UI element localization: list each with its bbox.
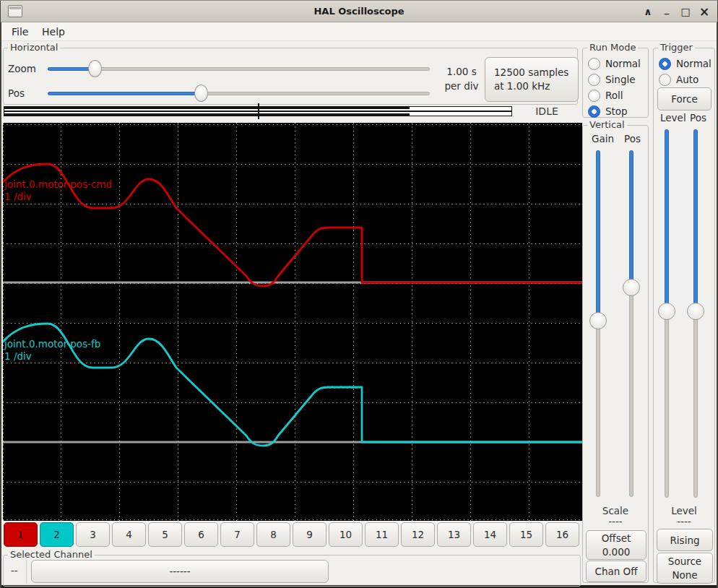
trigger-auto-label: Auto — [676, 74, 698, 85]
source-value: None — [672, 568, 697, 582]
run-mode-frame-label: Run Mode — [587, 42, 638, 53]
trigger-pos-slider[interactable] — [686, 129, 705, 498]
zoom-slider-handle[interactable] — [88, 60, 102, 77]
channel-button-1[interactable]: 1 — [4, 522, 38, 547]
level-readout-label: Level — [654, 505, 714, 516]
run-mode-normal[interactable]: Normal — [588, 56, 641, 71]
horizontal-frame-label: Horizontal — [8, 42, 60, 53]
edge-label: Rising — [670, 535, 699, 546]
trigger-pos-slider-handle[interactable] — [687, 303, 704, 320]
scale-readout-value: ---- — [583, 516, 648, 527]
gain-label: Gain — [592, 133, 614, 144]
selected-channel-name: ------ — [169, 566, 190, 577]
channel-button-8[interactable]: 8 — [256, 522, 290, 547]
scope-display: joint.0.motor-pos-cmd 1 /div joint.0.mot… — [3, 123, 582, 521]
gain-slider[interactable] — [589, 150, 607, 497]
minimize-button[interactable]: _ — [658, 1, 675, 22]
run-mode-stop[interactable]: Stop — [588, 104, 628, 118]
pos-slider-fill — [48, 92, 201, 95]
pos-slider-handle[interactable] — [194, 85, 208, 102]
trace2-scale-label: 1 /div — [4, 350, 32, 362]
channel-button-15[interactable]: 15 — [509, 522, 543, 547]
radio-selected-icon — [659, 58, 671, 70]
trigger-level-label: Level — [660, 112, 686, 124]
trigger-normal[interactable]: Normal — [659, 56, 711, 71]
horizontal-pos-slider[interactable] — [45, 84, 433, 103]
channel-button-16[interactable]: 16 — [545, 522, 579, 547]
selected-channel-frame: Selected Channel -- ------ — [3, 555, 581, 587]
edge-button[interactable]: Rising — [657, 529, 713, 551]
vertical-pos-label: Pos — [624, 133, 641, 144]
per-div-caption: per div — [436, 79, 488, 93]
per-div-readout: 1.00 s per div — [436, 64, 488, 93]
vertical-frame: Vertical Gain Pos Scale ---- Offset 0.00… — [582, 125, 649, 583]
vertical-pos-slider-handle[interactable] — [623, 279, 640, 296]
chan-off-button[interactable]: Chan Off — [586, 561, 646, 582]
channel-button-12[interactable]: 12 — [401, 522, 435, 547]
channel-button-9[interactable]: 9 — [293, 522, 326, 547]
trigger-source-button[interactable]: Source None — [657, 553, 713, 584]
trace1-scale-label: 1 /div — [4, 191, 32, 202]
scale-readout-label: Scale — [583, 505, 648, 516]
run-mode-stop-label: Stop — [605, 105, 628, 117]
run-mode-roll[interactable]: Roll — [588, 88, 623, 103]
trace2-name-label: joint.0.motor-pos-fb — [4, 338, 100, 350]
offset-button[interactable]: Offset 0.000 — [586, 530, 646, 560]
menu-bar: File Help — [1, 22, 717, 41]
run-mode-single[interactable]: Single — [588, 72, 636, 87]
trigger-frame: Trigger Normal Auto Force Level Pos Leve… — [653, 48, 715, 583]
window-title: HAL Oscilloscope — [1, 6, 717, 17]
channel-button-10[interactable]: 10 — [329, 522, 363, 547]
trigger-frame-label: Trigger — [658, 42, 695, 53]
channel-button-14[interactable]: 14 — [473, 522, 507, 547]
vertical-pos-slider[interactable] — [622, 150, 641, 497]
channel-button-4[interactable]: 4 — [112, 522, 146, 547]
zoom-slider-label: Zoom — [8, 63, 36, 74]
radio-icon — [588, 90, 600, 102]
trigger-level-slider-handle[interactable] — [658, 303, 675, 320]
run-mode-single-label: Single — [605, 74, 636, 85]
zoom-slider-track[interactable] — [48, 67, 430, 71]
horizontal-zoom-slider[interactable] — [45, 59, 433, 78]
maximize-icon: □ — [680, 6, 690, 17]
channel-button-11[interactable]: 11 — [365, 522, 399, 547]
channel-button-3[interactable]: 3 — [76, 522, 110, 547]
selected-channel-number: -- — [11, 565, 18, 576]
samples-line1: 12500 samples — [494, 66, 568, 79]
force-button[interactable]: Force — [657, 87, 711, 111]
offset-label: Offset — [602, 532, 631, 545]
selected-channel-divider — [26, 558, 27, 584]
record-progress-fill — [4, 107, 410, 116]
trigger-pos-label: Pos — [690, 112, 706, 124]
channel-button-7[interactable]: 7 — [220, 522, 254, 547]
channel-button-6[interactable]: 6 — [184, 522, 218, 547]
close-icon: × — [699, 4, 709, 19]
title-bar: HAL Oscilloscope ∧ _ □ × — [1, 1, 717, 22]
radio-selected-icon — [588, 105, 600, 118]
channel-button-13[interactable]: 13 — [437, 522, 471, 547]
offset-value: 0.000 — [602, 545, 631, 559]
trigger-auto[interactable]: Auto — [659, 72, 698, 87]
trigger-normal-label: Normal — [676, 58, 711, 69]
shade-icon: ∧ — [644, 6, 652, 17]
samples-button[interactable]: 12500 samples at 1.00 kHz — [485, 57, 579, 102]
menu-file[interactable]: File — [9, 25, 31, 38]
vertical-frame-label: Vertical — [587, 119, 627, 131]
channel-button-5[interactable]: 5 — [148, 522, 182, 547]
menu-help[interactable]: Help — [39, 25, 68, 38]
trigger-position-marker — [258, 103, 259, 119]
scope-canvas: joint.0.motor-pos-cmd 1 /div joint.0.mot… — [3, 123, 582, 521]
gain-slider-handle[interactable] — [589, 312, 607, 329]
radio-icon — [588, 74, 600, 86]
hal-oscilloscope-window: HAL Oscilloscope ∧ _ □ × File Help Horiz… — [0, 0, 718, 588]
level-readout-value: ---- — [654, 516, 714, 527]
chan-off-label: Chan Off — [594, 566, 637, 577]
horizontal-frame: Horizontal Zoom Pos 1.00 s per div 12500… — [3, 48, 578, 105]
channel-button-2[interactable]: 2 — [40, 522, 74, 547]
selected-channel-name-button[interactable]: ------ — [31, 560, 329, 583]
close-button[interactable]: × — [696, 1, 713, 22]
shade-button[interactable]: ∧ — [639, 1, 657, 22]
minimize-icon: _ — [665, 4, 670, 14]
trigger-level-slider[interactable] — [657, 129, 676, 498]
maximize-button[interactable]: □ — [677, 1, 694, 22]
